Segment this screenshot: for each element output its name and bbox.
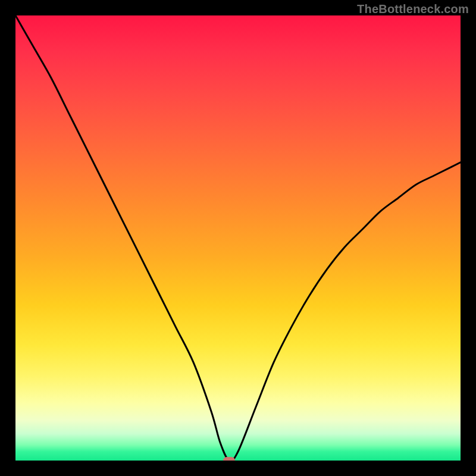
plot-area [15,15,461,461]
optimal-point-marker [223,457,235,461]
bottleneck-curve [15,15,461,461]
watermark-text: TheBottleneck.com [357,2,469,16]
chart-frame: TheBottleneck.com [0,0,476,476]
